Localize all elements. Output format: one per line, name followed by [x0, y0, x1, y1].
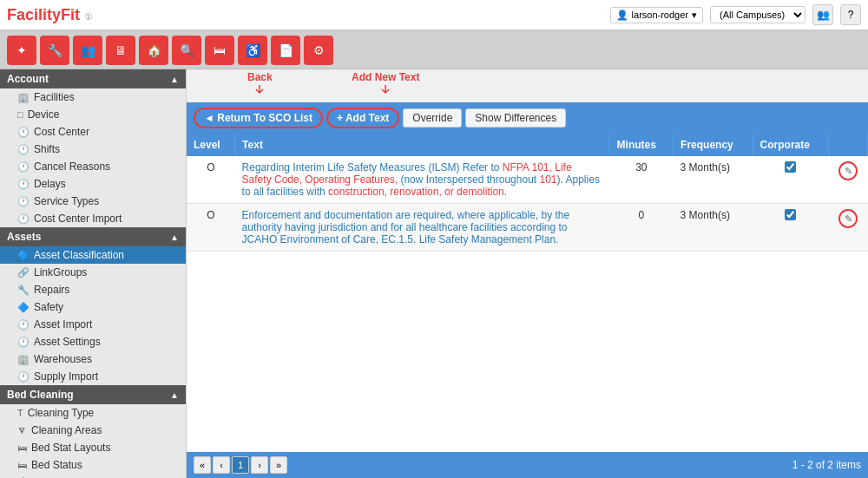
sidebar-item-device[interactable]: □ Device	[0, 106, 186, 123]
help-button[interactable]: ?	[840, 4, 861, 25]
gear-toolbar-btn[interactable]: ⚙	[304, 36, 333, 65]
header: FacilityFit ① 👤 larson-rodger ▾ (All Cam…	[0, 0, 868, 31]
star-toolbar-btn[interactable]: ✦	[7, 36, 36, 65]
sidebar-item-repairs[interactable]: 🔧 Repairs	[0, 281, 186, 298]
safety-icon: 🔷	[17, 302, 30, 313]
col-frequency: Frequency	[674, 134, 753, 156]
row2-level: O	[187, 204, 235, 252]
row2-corporate-checkbox[interactable]	[785, 209, 796, 220]
sidebar-item-asset-settings[interactable]: 🕐 Asset Settings	[0, 333, 186, 350]
row1-highlight1: NFPA 101, Life Safety Code, Operating Fe…	[242, 161, 572, 186]
sidebar-item-cleaning-areas-label: Cleaning Areas	[31, 424, 102, 436]
prev-page-button[interactable]: ‹	[213, 456, 230, 474]
service-types-icon: 🕐	[17, 196, 30, 207]
cleaning-areas-icon: ⛛	[17, 425, 27, 435]
sidebar-section-assets-header[interactable]: Assets ▲	[0, 227, 186, 246]
cost-center-import-icon: 🕐	[17, 213, 30, 225]
main-layout: Account ▲ 🏢 Facilities □ Device 🕐 Cost C…	[0, 69, 868, 478]
logo-facility: Facility	[7, 6, 61, 23]
first-page-button[interactable]: «	[194, 456, 211, 474]
sidebar-item-cancel-reasons[interactable]: 🕐 Cancel Reasons	[0, 158, 186, 175]
user-chevron-icon: ▾	[692, 10, 697, 21]
sidebar-section-bed-cleaning: Bed Cleaning ▲ T Cleaning Type ⛛ Cleanin…	[0, 385, 186, 478]
row1-corporate	[753, 156, 829, 204]
back-annotation: Back	[247, 71, 273, 94]
sidebar-assets-arrow-icon: ▲	[170, 232, 179, 242]
sidebar-section-account-header[interactable]: Account ▲	[0, 69, 186, 88]
sidebar-item-bed-cleaning-settings[interactable]: 🔷 Bed Cleaning Settings	[0, 474, 186, 478]
sidebar-item-cleaning-type[interactable]: T Cleaning Type	[0, 404, 186, 422]
row2-text-content: Enforcement and documentation are requir…	[242, 209, 570, 246]
shifts-icon: 🕐	[17, 144, 30, 155]
people-toolbar-btn[interactable]: 👥	[73, 36, 102, 65]
sidebar-item-cost-center-import-label: Cost Center Import	[34, 213, 122, 225]
add-text-button[interactable]: + Add Text	[326, 108, 399, 128]
sidebar-item-asset-classification-label: Asset Classification	[34, 249, 124, 261]
table-header-row: Level Text Minutes Frequency Corporate	[187, 134, 868, 156]
row1-text: Regarding Interim Life Safety Measures (…	[235, 156, 609, 204]
sidebar-section-account-label: Account	[7, 73, 49, 85]
monitor-toolbar-btn[interactable]: 🖥	[106, 36, 135, 65]
wheelchair-toolbar-btn[interactable]: ♿	[238, 36, 267, 65]
pagination-controls: « ‹ 1 › »	[194, 456, 287, 474]
sidebar-item-linkgroups-label: LinkGroups	[34, 266, 87, 278]
override-button[interactable]: Override	[403, 108, 462, 128]
wrench-toolbar-btn[interactable]: 🔧	[40, 36, 69, 65]
show-differences-button[interactable]: Show Differences	[465, 108, 566, 128]
row2-edit-button[interactable]: ✎	[838, 209, 858, 228]
campus-select[interactable]: (All Campuses)	[710, 6, 806, 23]
row1-minutes: 30	[609, 156, 673, 204]
back-annotation-label: Back	[247, 71, 273, 83]
cleaning-type-icon: T	[17, 408, 23, 418]
bed-toolbar-btn[interactable]: 🛏	[205, 36, 234, 65]
page-1-button[interactable]: 1	[232, 456, 249, 474]
row2-corporate	[753, 204, 829, 252]
bed-stat-layouts-icon: 🛏	[17, 442, 27, 453]
sidebar-item-bed-stat-layouts-label: Bed Stat Layouts	[31, 442, 110, 454]
sidebar-item-supply-import[interactable]: 🕐 Supply Import	[0, 368, 186, 385]
sidebar-item-cost-center[interactable]: 🕐 Cost Center	[0, 123, 186, 141]
row2-edit: ✎	[829, 204, 868, 252]
facilities-icon: 🏢	[17, 92, 30, 103]
col-level: Level	[187, 134, 235, 156]
user-icon: 👤	[616, 10, 628, 21]
sidebar-item-cost-center-import[interactable]: 🕐 Cost Center Import	[0, 210, 186, 227]
linkgroups-icon: 🔗	[17, 267, 30, 278]
last-page-button[interactable]: »	[270, 456, 287, 474]
row1-edit-button[interactable]: ✎	[838, 161, 858, 180]
page-info: 1 - 2 of 2 items	[792, 459, 861, 471]
row1-corporate-checkbox[interactable]	[785, 161, 796, 173]
sidebar-item-facilities[interactable]: 🏢 Facilities	[0, 88, 186, 106]
table-row: O Enforcement and documentation are requ…	[187, 204, 868, 252]
sidebar-section-account: Account ▲ 🏢 Facilities □ Device 🕐 Cost C…	[0, 69, 186, 227]
return-to-sco-list-button[interactable]: ◄ Return To SCO List	[194, 108, 323, 128]
sidebar-item-bed-stat-layouts[interactable]: 🛏 Bed Stat Layouts	[0, 439, 186, 456]
sidebar-item-asset-classification[interactable]: 🔷 Asset Classification	[0, 246, 186, 264]
next-page-button[interactable]: ›	[251, 456, 268, 474]
add-new-text-annotation: Add New Text	[352, 71, 419, 94]
sidebar-item-delays[interactable]: 🕐 Delays	[0, 175, 186, 193]
sidebar-item-service-types[interactable]: 🕐 Service Types	[0, 193, 186, 210]
sidebar-item-shifts[interactable]: 🕐 Shifts	[0, 141, 186, 158]
sidebar-item-bed-status-label: Bed Status	[31, 459, 82, 471]
sidebar-item-safety[interactable]: 🔷 Safety	[0, 298, 186, 316]
cancel-reasons-icon: 🕐	[17, 161, 30, 173]
sidebar-section-bed-cleaning-header[interactable]: Bed Cleaning ▲	[0, 385, 186, 404]
search-toolbar-btn[interactable]: 🔍	[172, 36, 201, 65]
sidebar-item-facilities-label: Facilities	[34, 91, 75, 103]
sidebar-item-cleaning-areas[interactable]: ⛛ Cleaning Areas	[0, 422, 186, 439]
help-icon: ?	[848, 9, 854, 21]
document-toolbar-btn[interactable]: 📄	[271, 36, 300, 65]
warehouses-icon: 🏢	[17, 354, 30, 365]
sidebar-item-warehouses[interactable]: 🏢 Warehouses	[0, 350, 186, 368]
home-toolbar-btn[interactable]: 🏠	[139, 36, 168, 65]
annotation-area: Back Add New Text	[187, 69, 868, 102]
group-button[interactable]: 👥	[812, 4, 833, 25]
user-dropdown[interactable]: 👤 larson-rodger ▾	[610, 7, 703, 23]
sidebar-section-assets: Assets ▲ 🔷 Asset Classification 🔗 LinkGr…	[0, 227, 186, 385]
group-icon: 👥	[817, 9, 830, 21]
sidebar-item-asset-import[interactable]: 🕐 Asset Import	[0, 316, 186, 333]
sidebar-account-arrow-icon: ▲	[170, 75, 179, 84]
sidebar-item-linkgroups[interactable]: 🔗 LinkGroups	[0, 264, 186, 281]
sidebar-item-bed-status[interactable]: 🛏 Bed Status	[0, 456, 186, 474]
